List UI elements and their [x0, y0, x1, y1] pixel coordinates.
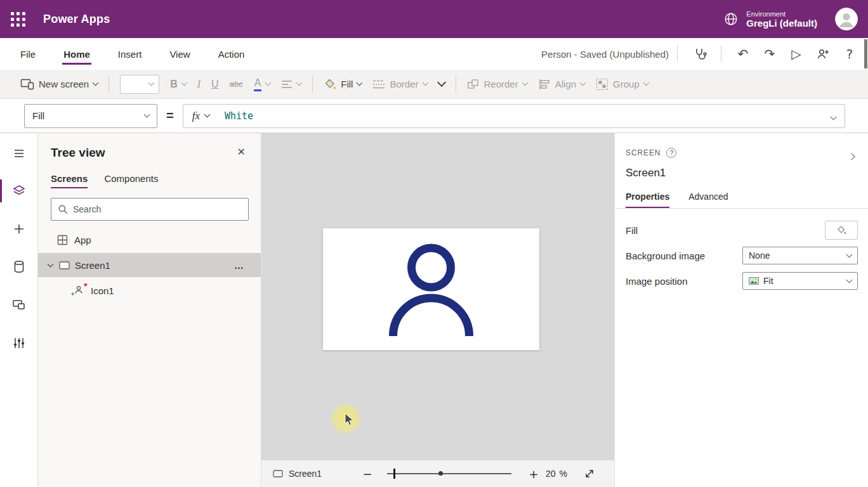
icon-control-glyph: ♥ +	[74, 285, 84, 295]
tree-item-screen1[interactable]: Screen1 …	[38, 253, 261, 277]
search-input[interactable]	[73, 204, 242, 214]
formula-bar-expand-button[interactable]	[822, 110, 845, 122]
app-icon	[57, 235, 68, 245]
new-screen-label: New screen	[39, 79, 89, 89]
zoom-value: 20	[546, 469, 556, 479]
chevron-down-icon	[93, 80, 99, 86]
undo-button[interactable]: ↶	[730, 41, 756, 67]
screen1-artboard[interactable]	[323, 228, 539, 350]
underline-button[interactable]: U	[211, 79, 219, 90]
chevron-down-icon	[643, 80, 649, 86]
font-color-button[interactable]: A	[254, 77, 271, 91]
border-styles-icon	[372, 79, 385, 89]
item-options-button[interactable]: …	[234, 260, 244, 271]
rail-data-button[interactable]	[0, 252, 37, 282]
redo-button[interactable]: ↷	[756, 41, 783, 67]
chevron-down-icon	[522, 80, 528, 86]
image-position-dropdown[interactable]: Fit	[742, 272, 858, 290]
menu-bar: File Home Insert View Action Person - Sa…	[0, 38, 868, 70]
rail-collapse-button[interactable]	[0, 138, 37, 169]
tab-screens[interactable]: Screens	[51, 173, 88, 188]
rail-advanced-tools-button[interactable]	[0, 328, 37, 358]
fit-to-window-button[interactable]	[584, 468, 595, 482]
help-button[interactable]: ?	[836, 41, 863, 67]
app-checker-button[interactable]	[686, 41, 713, 67]
ribbon-more-button[interactable]	[437, 78, 445, 87]
waffle-menu-button[interactable]	[0, 0, 36, 38]
zoom-in-button[interactable]: +	[524, 460, 543, 487]
italic-button[interactable]: I	[197, 79, 201, 90]
property-selector-value: Fill	[32, 110, 44, 121]
fill-label: Fill	[341, 79, 353, 89]
menu-home[interactable]: Home	[63, 38, 90, 70]
design-canvas[interactable]: Screen1 − + 20 %	[261, 133, 614, 487]
tree-item-app[interactable]: App	[38, 228, 261, 252]
fill-color-picker-button[interactable]	[825, 221, 858, 240]
tab-components[interactable]: Components	[104, 173, 158, 188]
environment-text: Environment GregLi (default)	[746, 10, 817, 29]
minus-icon: −	[362, 467, 372, 481]
fill-button[interactable]: Fill	[324, 79, 362, 90]
chevron-down-icon	[148, 80, 155, 86]
environment-label: Environment	[746, 10, 817, 18]
tree-item-icon1[interactable]: ♥ + Icon1	[38, 278, 261, 302]
tab-advanced[interactable]: Advanced	[688, 192, 728, 208]
chevron-down-icon[interactable]	[48, 261, 54, 268]
canvas-screen-selector[interactable]: Screen1	[273, 460, 322, 487]
strikethrough-button[interactable]: abc	[230, 79, 243, 89]
cursor-arrow-icon	[345, 413, 355, 427]
new-screen-button[interactable]: New screen	[20, 79, 98, 90]
property-label: Background image	[626, 250, 705, 261]
rail-media-button[interactable]	[0, 290, 37, 320]
menu-file[interactable]: File	[20, 38, 36, 70]
property-label: Fill	[626, 225, 638, 236]
properties-panel-header: SCREEN ?	[626, 148, 676, 158]
person-icon-control[interactable]	[323, 228, 539, 350]
environment-picker[interactable]: Environment GregLi (default)	[723, 10, 817, 29]
tree-view-close-button[interactable]: ✕	[237, 146, 246, 158]
zoom-out-button[interactable]: −	[358, 460, 377, 487]
group-button[interactable]: Group	[596, 78, 648, 91]
border-label: Border	[390, 79, 418, 89]
ribbon-toolbar: New screen B I U abc A Fill Border Reord…	[0, 70, 868, 99]
preview-button[interactable]: ▷	[783, 41, 810, 67]
strikethrough-label: abc	[230, 79, 243, 89]
rail-insert-button[interactable]	[0, 214, 37, 244]
zoom-slider-track[interactable]	[387, 473, 511, 474]
database-icon	[13, 260, 25, 274]
panel-collapse-button[interactable]	[849, 150, 854, 162]
text-align-button[interactable]	[281, 80, 301, 89]
font-family-dropdown[interactable]	[120, 75, 159, 94]
tab-properties[interactable]: Properties	[626, 192, 669, 208]
property-selector[interactable]: Fill	[24, 104, 157, 128]
bold-label: B	[170, 79, 178, 90]
window-scrollbar-thumb[interactable]	[864, 39, 867, 68]
formula-box: fx	[183, 104, 845, 128]
formula-input[interactable]	[218, 105, 822, 127]
align-button[interactable]: Align	[538, 79, 585, 90]
border-button[interactable]: Border	[372, 79, 427, 89]
bold-button[interactable]: B	[170, 79, 187, 90]
redo-icon: ↷	[765, 46, 775, 62]
avatar[interactable]	[835, 8, 858, 30]
chevron-down-icon	[846, 276, 853, 283]
divider	[456, 75, 456, 93]
tree-view-tabs: Screens Components	[51, 173, 158, 188]
image-thumbnail-icon	[749, 277, 759, 285]
rail-tree-view-button[interactable]	[0, 176, 37, 206]
menu-insert[interactable]: Insert	[118, 38, 142, 70]
chevron-down-icon	[422, 80, 428, 86]
reorder-label: Reorder	[484, 79, 518, 89]
share-button[interactable]	[810, 41, 836, 67]
reorder-button[interactable]: Reorder	[467, 78, 527, 91]
help-circle-icon[interactable]: ?	[666, 148, 676, 158]
fx-icon: fx	[192, 110, 200, 122]
zoom-slider-midpoint	[438, 471, 443, 476]
background-image-dropdown[interactable]: None	[742, 247, 858, 264]
fx-dropdown[interactable]: fx	[183, 105, 218, 127]
zoom-slider-handle[interactable]	[393, 469, 395, 479]
menu-view[interactable]: View	[169, 38, 190, 70]
plus-icon: +	[529, 467, 538, 481]
menu-action[interactable]: Action	[218, 38, 245, 70]
app-checker-icon	[692, 46, 707, 62]
